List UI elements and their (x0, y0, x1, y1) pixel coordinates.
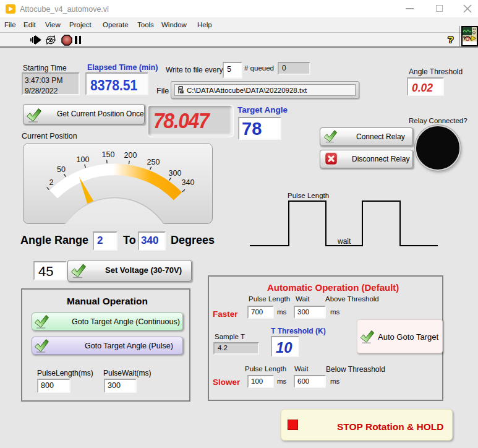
svg-text:150: 150 (102, 150, 115, 159)
svg-text:250: 250 (147, 158, 160, 166)
svg-text:50: 50 (57, 165, 66, 174)
svg-text:100: 100 (77, 155, 90, 164)
svg-text:340: 340 (182, 178, 195, 187)
svg-text:2: 2 (49, 178, 54, 187)
svg-text:200: 200 (124, 151, 137, 160)
svg-text:300: 300 (169, 169, 182, 178)
